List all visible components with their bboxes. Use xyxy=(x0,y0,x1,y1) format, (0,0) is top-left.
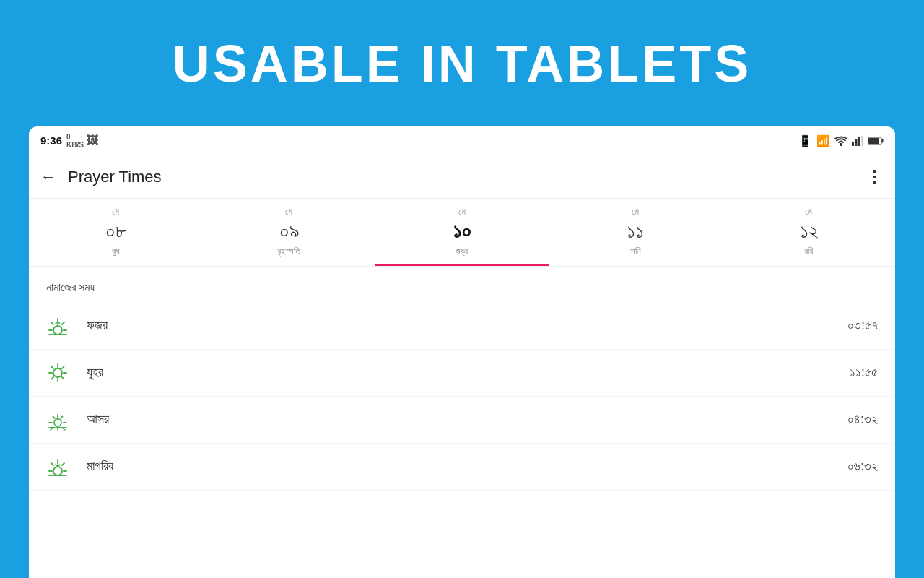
maghrib-name: মাগরিব xyxy=(87,459,833,474)
status-bar: 9:36 0KB/S 🖼 📱 📶 xyxy=(29,126,895,155)
more-button[interactable]: ⋮ xyxy=(866,167,884,187)
prayer-content: নামাজের সময় ফজর ০৩:৫৭ xyxy=(29,267,895,502)
banner: USABLE IN TABLETS xyxy=(0,0,924,126)
month-1: মে xyxy=(285,206,292,217)
svg-line-22 xyxy=(62,366,64,368)
date-tab-3[interactable]: মে ১১ শনি xyxy=(549,199,722,266)
date-num-1: ০৯ xyxy=(279,220,299,243)
date-tabs: মে ০৮ বুধ মে ০৯ বৃহস্পতি মে ১০ শুক্র মে … xyxy=(29,199,895,267)
svg-line-29 xyxy=(61,416,63,418)
svg-line-11 xyxy=(51,322,53,324)
image-icon: 🖼 xyxy=(87,134,98,147)
status-time: 9:36 xyxy=(40,134,62,147)
month-3: মে xyxy=(632,206,639,217)
prayer-row-fajr: ফজর ০৩:৫৭ xyxy=(29,303,895,350)
svg-rect-1 xyxy=(855,139,858,146)
date-num-4: ১২ xyxy=(800,220,818,243)
svg-rect-6 xyxy=(868,138,879,144)
section-title: নামাজের সময় xyxy=(29,278,895,303)
svg-rect-5 xyxy=(882,139,884,142)
day-3: শনি xyxy=(630,246,641,257)
svg-line-20 xyxy=(52,366,54,368)
svg-point-7 xyxy=(53,326,62,335)
month-0: মে xyxy=(112,206,119,217)
date-tab-2[interactable]: মে ১০ শুক্র xyxy=(375,199,549,266)
svg-line-21 xyxy=(62,377,64,379)
prayer-row-maghrib: মাগরিব ০৬:৩২ xyxy=(29,444,895,491)
month-2: মে xyxy=(458,206,466,217)
battery-icon xyxy=(868,137,884,145)
month-4: মে xyxy=(805,206,812,217)
date-num-0: ০৮ xyxy=(105,220,126,243)
dhuhr-time: ১১:৫৫ xyxy=(850,365,878,380)
asr-icon xyxy=(46,408,72,431)
fajr-time: ০৩:৫৭ xyxy=(847,318,878,333)
signal-bars-icon xyxy=(852,136,863,146)
date-tab-1[interactable]: মে ০৯ বৃহস্পতি xyxy=(202,199,375,266)
fajr-name: ফজর xyxy=(87,318,833,333)
svg-rect-0 xyxy=(852,142,854,146)
svg-line-12 xyxy=(62,322,64,324)
date-tab-4[interactable]: মে ১২ রবি xyxy=(722,199,895,266)
day-0: বুধ xyxy=(112,246,120,257)
day-4: রবি xyxy=(804,246,813,257)
dhuhr-icon xyxy=(46,361,72,384)
svg-line-28 xyxy=(53,416,56,418)
svg-rect-3 xyxy=(862,136,864,146)
prayer-row-dhuhr: যুহর ১১:৫৫ xyxy=(29,350,895,397)
device-frame: 9:36 0KB/S 🖼 📱 📶 xyxy=(29,126,895,578)
kb-indicator: 0KB/S xyxy=(66,133,84,149)
back-button[interactable]: ← xyxy=(40,168,56,186)
asr-time: ০৪:৩২ xyxy=(847,412,878,427)
prayer-row-asr: আসর ০৪:৩২ xyxy=(29,397,895,444)
svg-line-23 xyxy=(52,377,54,379)
day-1: বৃহস্পতি xyxy=(277,246,300,257)
maghrib-time: ০৬:৩২ xyxy=(847,459,878,474)
svg-point-15 xyxy=(53,368,62,377)
app-bar: ← Prayer Times ⋮ xyxy=(29,155,895,199)
svg-line-38 xyxy=(51,463,53,465)
day-2: শুক্র xyxy=(456,246,468,257)
svg-line-39 xyxy=(62,463,64,465)
maghrib-icon xyxy=(46,455,72,478)
date-num-3: ১১ xyxy=(627,220,644,243)
dhuhr-name: যুহর xyxy=(87,365,835,380)
app-title: Prayer Times xyxy=(68,168,866,186)
fajr-icon xyxy=(46,314,72,337)
date-num-2: ১০ xyxy=(453,220,471,243)
wifi-icon xyxy=(834,136,847,146)
asr-name: আসর xyxy=(87,412,833,427)
tab-indicator xyxy=(375,264,549,266)
date-tab-0[interactable]: মে ০৮ বুধ xyxy=(29,199,202,266)
svg-point-34 xyxy=(53,467,62,475)
phone-icon: 📱 xyxy=(798,134,812,147)
svg-point-24 xyxy=(54,419,61,426)
status-icons-right: 📱 📶 xyxy=(798,134,884,147)
signal-icon: 📶 xyxy=(816,134,830,147)
banner-title: USABLE IN TABLETS xyxy=(173,34,752,93)
svg-rect-2 xyxy=(858,137,860,146)
